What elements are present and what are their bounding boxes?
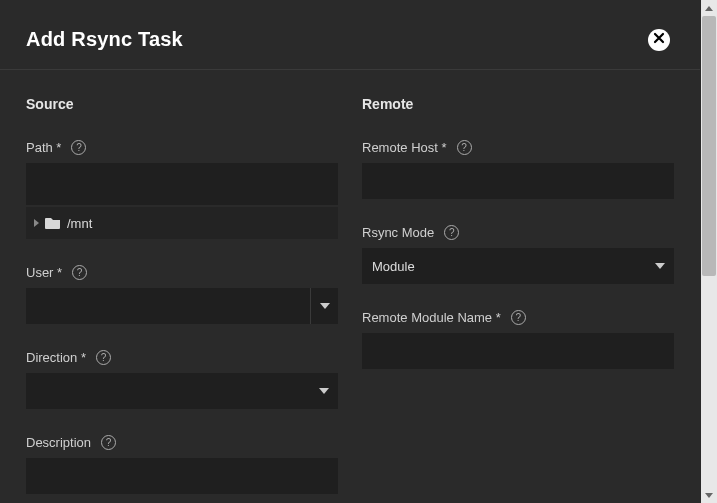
source-heading: Source: [26, 96, 338, 112]
chevron-down-icon: [705, 493, 713, 498]
help-icon[interactable]: ?: [511, 310, 526, 325]
help-icon[interactable]: ?: [71, 140, 86, 155]
scroll-thumb[interactable]: [702, 16, 716, 276]
remote-module-label: Remote Module Name *: [362, 310, 501, 325]
help-icon[interactable]: ?: [72, 265, 87, 280]
direction-label: Direction *: [26, 350, 86, 365]
dialog-header: Add Rsync Task: [0, 0, 700, 70]
description-input[interactable]: [26, 458, 338, 494]
chevron-down-icon: [655, 263, 665, 269]
user-dropdown-button[interactable]: [310, 288, 338, 324]
direction-field: Direction * ?: [26, 350, 338, 409]
help-icon[interactable]: ?: [101, 435, 116, 450]
path-tree-label: /mnt: [67, 216, 92, 231]
remote-column: Remote Remote Host * ? Rsync Mode ? Modu…: [362, 96, 674, 503]
remote-module-input[interactable]: [362, 333, 674, 369]
description-label: Description: [26, 435, 91, 450]
direction-dropdown-button[interactable]: [310, 373, 338, 409]
folder-icon: [45, 216, 61, 230]
scroll-up-button[interactable]: [701, 0, 717, 16]
scroll-track[interactable]: [701, 16, 717, 487]
close-icon: [652, 31, 666, 49]
path-label: Path *: [26, 140, 61, 155]
user-label: User *: [26, 265, 62, 280]
help-icon[interactable]: ?: [96, 350, 111, 365]
chevron-down-icon: [320, 303, 330, 309]
remote-heading: Remote: [362, 96, 674, 112]
remote-host-input[interactable]: [362, 163, 674, 199]
chevron-right-icon: [34, 219, 39, 227]
user-input[interactable]: [26, 288, 310, 324]
remote-host-label: Remote Host *: [362, 140, 447, 155]
path-input[interactable]: [26, 163, 338, 205]
help-icon[interactable]: ?: [444, 225, 459, 240]
user-select[interactable]: [26, 288, 338, 324]
rsync-mode-value: Module: [362, 248, 646, 284]
path-field: Path * ? /mnt: [26, 140, 338, 239]
vertical-scrollbar[interactable]: [701, 0, 717, 503]
rsync-mode-field: Rsync Mode ? Module: [362, 225, 674, 284]
scroll-down-button[interactable]: [701, 487, 717, 503]
direction-select[interactable]: [26, 373, 338, 409]
close-button[interactable]: [648, 29, 670, 51]
chevron-down-icon: [319, 388, 329, 394]
remote-host-field: Remote Host * ?: [362, 140, 674, 199]
rsync-mode-dropdown-button[interactable]: [646, 248, 674, 284]
remote-module-field: Remote Module Name * ?: [362, 310, 674, 369]
help-icon[interactable]: ?: [457, 140, 472, 155]
rsync-mode-label: Rsync Mode: [362, 225, 434, 240]
chevron-up-icon: [705, 6, 713, 11]
user-field: User * ?: [26, 265, 338, 324]
path-tree-item[interactable]: /mnt: [26, 207, 338, 239]
rsync-mode-select[interactable]: Module: [362, 248, 674, 284]
description-field: Description ?: [26, 435, 338, 494]
source-column: Source Path * ? /mnt User *: [26, 96, 338, 503]
dialog-title: Add Rsync Task: [26, 28, 183, 51]
direction-value: [26, 373, 310, 409]
